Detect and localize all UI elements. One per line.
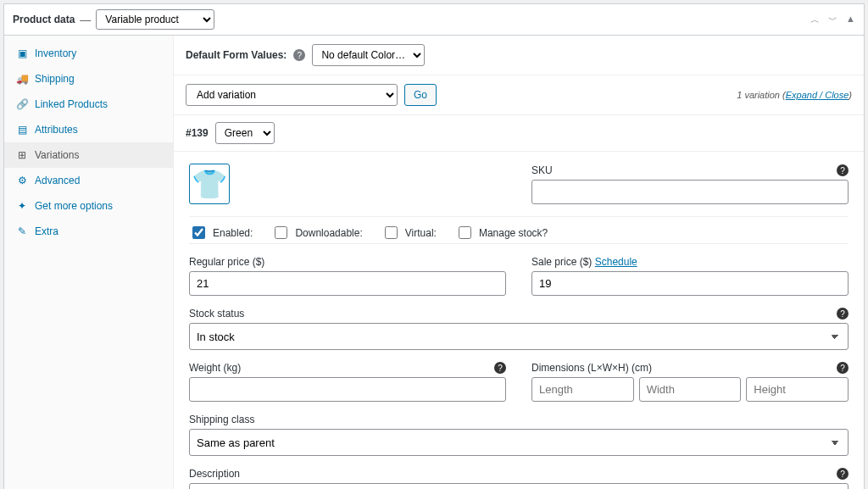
panel-title: Product data <box>13 14 75 25</box>
variation-id: #139 <box>186 127 209 139</box>
sidebar-item-label: Shipping <box>35 73 75 85</box>
sidebar-item-more[interactable]: ✦ Get more options <box>4 193 173 219</box>
shipping-icon: 🚚 <box>16 73 28 85</box>
variation-count: 1 variation <box>737 90 780 100</box>
sidebar-item-shipping[interactable]: 🚚 Shipping <box>4 66 173 92</box>
downloadable-checkbox[interactable] <box>275 226 287 239</box>
variations-icon: ⊞ <box>16 149 28 161</box>
sidebar-item-label: Inventory <box>35 47 76 59</box>
sidebar-item-linked[interactable]: 🔗 Linked Products <box>4 92 173 117</box>
chevron-up-icon[interactable]: ︿ <box>810 14 820 26</box>
defaults-label: Default Form Values: <box>186 49 287 61</box>
manage-stock-check[interactable]: Manage stock? <box>455 224 548 242</box>
sidebar-item-advanced[interactable]: ⚙ Advanced <box>4 168 173 193</box>
link-icon: 🔗 <box>16 98 28 110</box>
product-data-panel: Product data — Variable product ︿ ﹀ ▲ ▣ … <box>3 3 865 489</box>
panel-header: Product data — Variable product ︿ ﹀ ▲ <box>4 4 864 36</box>
sparkle-icon: ✦ <box>16 200 28 212</box>
add-variation-bar: Add variation Go 1 variation (Expand / C… <box>174 75 864 115</box>
width-input[interactable] <box>639 377 742 402</box>
gear-icon: ⚙ <box>16 175 28 186</box>
stock-status-label: Stock status <box>189 308 849 320</box>
help-icon[interactable]: ? <box>837 164 849 176</box>
product-type-select[interactable]: Variable product <box>96 9 214 30</box>
default-color-select[interactable]: No default Color… <box>312 44 425 66</box>
help-icon[interactable]: ? <box>837 308 849 320</box>
length-input[interactable] <box>531 377 634 402</box>
enabled-checkbox[interactable] <box>192 226 205 239</box>
weight-input[interactable] <box>189 377 506 402</box>
variation-meta: 1 variation (Expand / Close) <box>737 90 852 100</box>
description-textarea[interactable] <box>189 483 849 489</box>
sidebar-item-label: Variations <box>35 149 79 161</box>
variation-header[interactable]: #139 Green <box>174 115 864 152</box>
collapse-icon[interactable]: ▲ <box>846 14 855 26</box>
attributes-icon: ▤ <box>16 124 28 136</box>
header-toggles: ︿ ﹀ ▲ <box>810 14 855 26</box>
inventory-icon: ▣ <box>16 47 28 59</box>
pencil-icon: ✎ <box>16 225 28 237</box>
weight-label: Weight (kg) <box>189 362 506 374</box>
shipping-class-label: Shipping class <box>189 414 849 425</box>
help-icon[interactable]: ? <box>293 49 305 61</box>
virtual-check[interactable]: Virtual: <box>381 224 437 242</box>
chevron-down-icon[interactable]: ﹀ <box>828 14 837 26</box>
panel-sidebar: ▣ Inventory 🚚 Shipping 🔗 Linked Products… <box>4 36 174 489</box>
shipping-class-select[interactable]: Same as parent <box>189 429 849 456</box>
expand-close-link[interactable]: Expand / Close <box>786 90 849 100</box>
variation-checks: Enabled: Downloadable: Virtual: Manage s… <box>189 216 849 244</box>
sidebar-item-inventory[interactable]: ▣ Inventory <box>4 41 173 66</box>
go-button[interactable]: Go <box>404 84 437 106</box>
downloadable-check[interactable]: Downloadable: <box>271 224 362 242</box>
sale-price-label: Sale price ($) Schedule <box>531 256 849 268</box>
sidebar-item-label: Linked Products <box>35 98 108 110</box>
help-icon[interactable]: ? <box>837 468 849 480</box>
panel-body: ▣ Inventory 🚚 Shipping 🔗 Linked Products… <box>4 36 864 489</box>
defaults-bar: Default Form Values: ? No default Color… <box>174 36 864 75</box>
variations-main: Default Form Values: ? No default Color…… <box>174 36 864 489</box>
sku-label: SKU <box>531 164 849 176</box>
sidebar-item-label: Get more options <box>35 200 113 212</box>
sidebar-item-label: Extra <box>35 225 58 237</box>
tshirt-icon: 👕 <box>192 169 227 198</box>
dimensions-label: Dimensions (L×W×H) (cm) <box>531 362 849 374</box>
schedule-link[interactable]: Schedule <box>595 256 637 268</box>
help-icon[interactable]: ? <box>837 362 849 374</box>
variation-body: 👕 SKU ? Enabled: Downloadable: Virtual: … <box>174 152 864 489</box>
sidebar-item-label: Advanced <box>35 175 80 186</box>
regular-price-label: Regular price ($) <box>189 256 506 268</box>
description-label: Description <box>189 468 849 480</box>
enabled-check[interactable]: Enabled: <box>189 224 253 242</box>
sidebar-item-label: Attributes <box>35 124 78 136</box>
sidebar-item-variations[interactable]: ⊞ Variations <box>4 142 173 168</box>
sale-price-input[interactable] <box>531 271 849 296</box>
sku-input[interactable] <box>531 180 849 204</box>
manage-stock-checkbox[interactable] <box>459 226 471 239</box>
title-dash: — <box>80 14 91 26</box>
variation-color-select[interactable]: Green <box>215 122 275 144</box>
help-icon[interactable]: ? <box>494 362 506 374</box>
stock-status-select[interactable]: In stock <box>189 323 849 350</box>
regular-price-input[interactable] <box>189 271 506 296</box>
height-input[interactable] <box>746 377 849 402</box>
add-variation-select[interactable]: Add variation <box>186 84 398 106</box>
sidebar-item-attributes[interactable]: ▤ Attributes <box>4 117 173 142</box>
variation-image[interactable]: 👕 <box>189 164 230 204</box>
virtual-checkbox[interactable] <box>385 226 398 239</box>
sidebar-item-extra[interactable]: ✎ Extra <box>4 219 173 244</box>
